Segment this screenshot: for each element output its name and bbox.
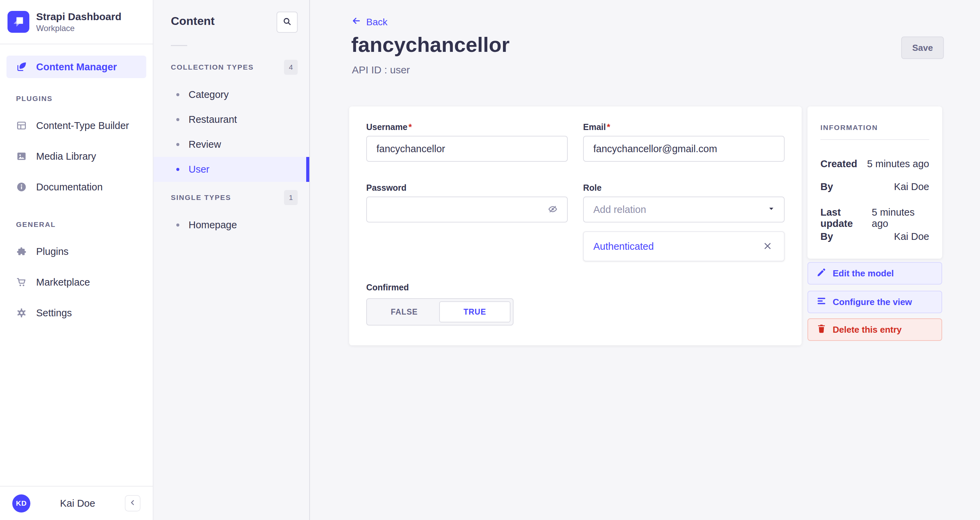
role-label: Role bbox=[583, 183, 601, 193]
confirmed-false-option[interactable]: FALSE bbox=[369, 301, 439, 322]
sidebar: Strapi Dashboard Workplace Content Manag… bbox=[0, 0, 153, 520]
username-field bbox=[366, 136, 568, 162]
workspace-brand: Strapi Dashboard Workplace bbox=[0, 0, 153, 45]
workspace-titles: Strapi Dashboard Workplace bbox=[36, 10, 121, 33]
remove-relation-button[interactable] bbox=[761, 239, 775, 253]
information-title: INFORMATION bbox=[821, 123, 878, 132]
collection-types-list: Category Restaurant Review User bbox=[153, 82, 309, 182]
puzzle-icon bbox=[16, 246, 27, 257]
sidebar-item-settings[interactable]: Settings bbox=[6, 298, 146, 328]
sidebar-footer: KD Kai Doe bbox=[0, 486, 153, 520]
trash-icon bbox=[816, 324, 827, 336]
subnav-item-label: User bbox=[189, 164, 209, 175]
user-name: Kai Doe bbox=[30, 498, 125, 509]
bullet-icon bbox=[176, 223, 179, 227]
info-row-last-update: Last update 5 minutes ago bbox=[821, 207, 929, 229]
action-label: Configure the view bbox=[833, 297, 912, 308]
save-button[interactable]: Save bbox=[901, 37, 944, 59]
sidebar-item-media-library[interactable]: Media Library bbox=[6, 141, 146, 172]
api-id-subtitle: API ID : user bbox=[352, 64, 410, 76]
strapi-logo bbox=[8, 11, 29, 33]
subnav-item-user[interactable]: User bbox=[153, 157, 309, 182]
email-label: Email* bbox=[583, 122, 610, 132]
single-types-list: Homepage bbox=[153, 212, 309, 238]
password-input[interactable] bbox=[367, 197, 567, 222]
sidebar-item-content-manager[interactable]: Content Manager bbox=[6, 56, 146, 78]
back-link[interactable]: Back bbox=[351, 16, 387, 28]
toggle-password-visibility-button[interactable] bbox=[545, 202, 560, 217]
action-label: Delete this entry bbox=[833, 324, 902, 335]
user-avatar[interactable]: KD bbox=[12, 494, 30, 512]
caret-down-icon bbox=[768, 205, 775, 214]
sidebar-item-label: Content-Type Builder bbox=[36, 120, 129, 131]
arrow-left-icon bbox=[351, 16, 361, 28]
cart-icon bbox=[16, 277, 27, 288]
delete-entry-button[interactable]: Delete this entry bbox=[807, 318, 942, 341]
layout-grid-icon bbox=[16, 120, 27, 131]
confirmed-true-option[interactable]: TRUE bbox=[439, 301, 511, 322]
edit-model-button[interactable]: Edit the model bbox=[807, 262, 942, 285]
collection-types-count-badge: 4 bbox=[284, 60, 298, 75]
plugins-nav-list: Content-Type Builder Media Library Docum… bbox=[6, 110, 146, 203]
confirmed-toggle: FALSE TRUE bbox=[366, 298, 514, 325]
sidebar-item-documentation[interactable]: Documentation bbox=[6, 172, 146, 203]
list-lines-icon bbox=[816, 296, 827, 308]
role-relation-chip: Authenticated bbox=[583, 231, 784, 262]
close-icon bbox=[762, 241, 773, 252]
subnav-item-homepage[interactable]: Homepage bbox=[153, 212, 309, 238]
sidebar-nav: Content Manager PLUGINS Content-Type Bui… bbox=[0, 56, 153, 328]
app-title: Strapi Dashboard bbox=[36, 10, 121, 23]
subnav-item-category[interactable]: Category bbox=[153, 82, 309, 107]
image-icon bbox=[16, 151, 27, 162]
sidebar-item-plugins[interactable]: Plugins bbox=[6, 236, 146, 267]
email-input[interactable] bbox=[584, 137, 784, 161]
sidebar-section-plugins: PLUGINS bbox=[6, 94, 146, 103]
required-marker: * bbox=[409, 122, 412, 132]
sidebar-item-label: Settings bbox=[36, 308, 72, 319]
bullet-icon bbox=[176, 168, 179, 171]
password-label: Password bbox=[366, 183, 406, 193]
entry-form-card: Username* Email* Password Role Add relat… bbox=[349, 107, 802, 345]
bullet-icon bbox=[176, 143, 179, 146]
bullet-icon bbox=[176, 93, 179, 96]
sidebar-item-content-type-builder[interactable]: Content-Type Builder bbox=[6, 110, 146, 141]
subnav-item-review[interactable]: Review bbox=[153, 132, 309, 157]
subnav-item-restaurant[interactable]: Restaurant bbox=[153, 107, 309, 132]
sidebar-item-label: Content Manager bbox=[36, 61, 117, 73]
required-marker: * bbox=[607, 122, 610, 132]
sidebar-item-label: Plugins bbox=[36, 246, 68, 257]
role-select[interactable]: Add relation bbox=[583, 196, 784, 222]
subnav-divider bbox=[171, 45, 187, 46]
username-input[interactable] bbox=[367, 137, 567, 161]
relation-link[interactable]: Authenticated bbox=[593, 241, 654, 252]
strapi-admin-screen: Strapi Dashboard Workplace Content Manag… bbox=[0, 0, 980, 520]
action-label: Edit the model bbox=[833, 268, 894, 279]
subnav-item-label: Restaurant bbox=[189, 114, 237, 125]
collection-types-header: COLLECTION TYPES bbox=[171, 63, 254, 71]
sidebar-item-label: Marketplace bbox=[36, 277, 90, 288]
subnav-item-label: Review bbox=[189, 139, 221, 150]
information-panel: INFORMATION Created 5 minutes ago By Kai… bbox=[807, 107, 942, 258]
general-nav-list: Plugins Marketplace Settings bbox=[6, 236, 146, 328]
sidebar-collapse-button[interactable] bbox=[125, 495, 140, 512]
username-label: Username* bbox=[366, 122, 412, 132]
workspace-name: Workplace bbox=[36, 23, 121, 33]
chevron-left-icon bbox=[129, 499, 137, 508]
content-subnav: Content COLLECTION TYPES 4 Category Rest… bbox=[153, 0, 310, 520]
search-button[interactable] bbox=[277, 11, 298, 33]
configure-view-button[interactable]: Configure the view bbox=[807, 291, 942, 313]
sidebar-section-general: GENERAL bbox=[6, 220, 146, 229]
sidebar-item-label: Documentation bbox=[36, 182, 103, 193]
information-divider bbox=[821, 139, 929, 140]
single-types-count-badge: 1 bbox=[284, 190, 298, 205]
pencil-icon bbox=[816, 267, 827, 280]
gear-icon bbox=[16, 308, 27, 318]
password-field bbox=[366, 196, 568, 222]
info-circle-icon bbox=[16, 182, 27, 193]
email-field bbox=[583, 136, 784, 162]
confirmed-label: Confirmed bbox=[366, 282, 409, 292]
single-types-header: SINGLE TYPES bbox=[171, 193, 231, 202]
feather-icon bbox=[16, 61, 27, 72]
info-row-created-by: By Kai Doe bbox=[821, 181, 929, 193]
sidebar-item-marketplace[interactable]: Marketplace bbox=[6, 267, 146, 298]
